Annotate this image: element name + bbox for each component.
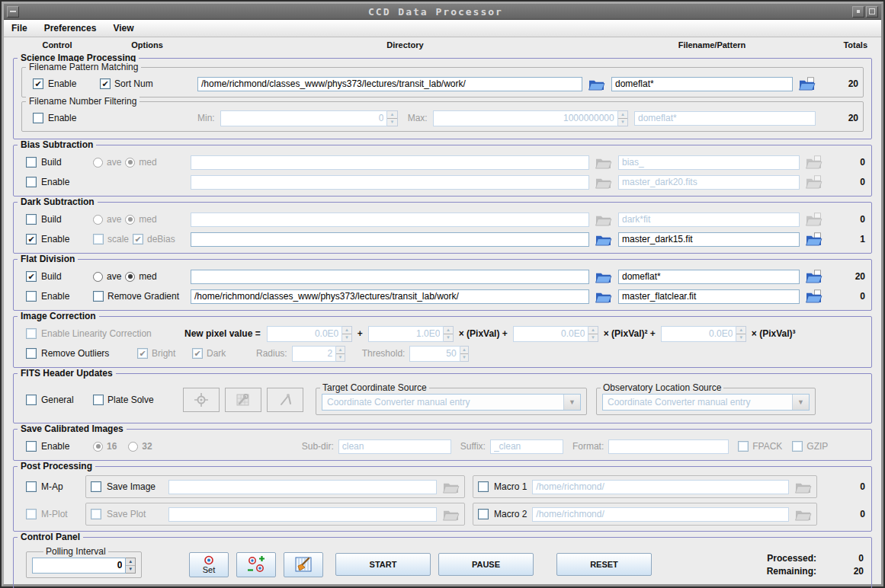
general-checkbox[interactable] (26, 395, 37, 405)
flat-ave-label: ave (107, 271, 121, 282)
save-image-checkbox[interactable] (91, 481, 101, 492)
coeff0-input (267, 326, 343, 342)
map-checkbox[interactable] (26, 481, 37, 492)
threshold-label: Threshold: (362, 348, 406, 359)
dark-enable-file-icon[interactable] (805, 232, 822, 247)
save-row: Enable 16 32 Sub-dir: Suffix: Format: FP… (20, 436, 865, 456)
subdir-input (338, 439, 451, 454)
bias-build-checkbox[interactable] (26, 157, 37, 168)
polling-input[interactable] (32, 558, 126, 574)
dark-outlier-checkbox (192, 348, 203, 359)
pattern-enable-checkbox[interactable] (33, 78, 43, 89)
flat-build-directory-input[interactable] (191, 270, 589, 284)
menu-file[interactable]: File (11, 23, 27, 34)
dark-enable-pattern-input[interactable] (618, 232, 800, 247)
dark-enable-checkbox[interactable] (26, 234, 37, 244)
bias-enable-checkbox[interactable] (26, 177, 37, 187)
clear-overlay-button[interactable] (284, 552, 323, 577)
column-control: Control (21, 40, 94, 50)
window-menu-button[interactable] (7, 6, 19, 18)
radius-label: Radius: (256, 348, 287, 359)
pattern-matching-row: Enable Sort Num 20 (27, 74, 858, 94)
group-title: Filename Number Filtering (26, 96, 139, 107)
dark-enable-folder-icon[interactable] (595, 232, 612, 247)
maximize-button[interactable] (866, 6, 878, 18)
science-directory-input[interactable] (197, 77, 582, 91)
flat-enable-folder-icon[interactable] (595, 289, 612, 304)
flat-enable-directory-input[interactable] (191, 289, 589, 304)
term1-label: × (PixVal) + (459, 328, 508, 339)
coeff3-spinner-up: ▲ (736, 327, 745, 334)
bias-build-file-icon (805, 155, 822, 170)
max-spinner-down: ▼ (618, 119, 627, 126)
menu-bar: File Preferences View (4, 20, 881, 37)
flat-build-folder-icon[interactable] (595, 270, 612, 284)
plate-solve-checkbox[interactable] (93, 395, 104, 405)
pause-button[interactable]: PAUSE (438, 553, 534, 576)
main-content: Science Image Processing Filename Patter… (4, 52, 881, 588)
title-bar[interactable]: CCD Data Processor (4, 4, 881, 20)
flat-build-checkbox[interactable] (26, 271, 37, 282)
bias-med-radio (125, 158, 135, 168)
dark-outlier-label: Dark (207, 348, 226, 359)
reset-button[interactable]: RESET (556, 553, 652, 576)
remove-outliers-checkbox[interactable] (26, 348, 37, 359)
bias-build-directory-input (191, 155, 589, 170)
flat-enable-row: Enable Remove Gradient 0 (20, 286, 865, 306)
menu-preferences[interactable]: Preferences (44, 23, 97, 34)
pause-button-label: PAUSE (472, 560, 500, 569)
window-title: CCD Data Processor (20, 6, 851, 18)
min-spinner-up: ▲ (387, 111, 396, 119)
polling-spinner-down[interactable]: ▼ (126, 566, 135, 573)
threshold-spinner-up: ▲ (460, 347, 469, 354)
min-spinner-down: ▼ (387, 119, 396, 126)
section-title: Bias Subtraction (18, 139, 96, 150)
science-total: 20 (816, 78, 858, 89)
polling-spinner-up[interactable]: ▲ (126, 558, 135, 566)
edit-apertures-button[interactable] (236, 552, 276, 577)
post-row-2: M-Plot Save Plot Macro 2 0 (20, 501, 865, 527)
max-spinner-up: ▲ (618, 111, 627, 119)
dark-build-checkbox[interactable] (26, 214, 37, 225)
polling-interval-group: Polling Interval ▲▼ (26, 551, 142, 578)
flat-med-radio[interactable] (125, 272, 135, 282)
linearity-checkbox (26, 328, 37, 339)
menu-view[interactable]: View (113, 23, 133, 34)
bias-build-total: 0 (822, 157, 865, 168)
dark-build-file-icon (805, 213, 822, 227)
science-pattern-file-icon[interactable] (798, 77, 816, 91)
sort-num-label: Sort Num (114, 78, 153, 89)
science-directory-folder-icon[interactable] (588, 77, 605, 91)
column-filename: Filename/Pattern (610, 40, 814, 50)
remaining-label: Remaining: (767, 566, 816, 577)
flat-enable-checkbox[interactable] (26, 291, 37, 302)
observatory-location-source-group: Observatory Location Source Coordinate C… (596, 388, 816, 415)
bits16-label: 16 (107, 441, 117, 452)
macro2-checkbox[interactable] (478, 509, 489, 519)
gzip-label: GZIP (806, 441, 828, 452)
save-enable-checkbox[interactable] (26, 441, 37, 452)
sort-num-checkbox[interactable] (100, 78, 111, 89)
filter-enable-checkbox[interactable] (33, 113, 43, 123)
app-window: CCD Data Processor File Preferences View… (0, 0, 885, 588)
gzip-checkbox (792, 441, 803, 452)
flat-build-pattern-input[interactable] (618, 270, 800, 284)
flat-enable-pattern-input[interactable] (618, 289, 800, 304)
minimize-button[interactable] (852, 6, 864, 18)
fpack-checkbox (738, 441, 749, 452)
radius-input (292, 346, 337, 362)
coords-measure-button (267, 388, 303, 412)
remove-gradient-checkbox[interactable] (93, 291, 104, 302)
section-post-processing: Post Processing M-Ap Save Image Macro 1 … (13, 466, 872, 532)
flat-ave-radio[interactable] (93, 272, 103, 282)
science-pattern-input[interactable] (611, 77, 793, 91)
set-aperture-button[interactable]: Set (189, 552, 229, 577)
start-button[interactable]: START (335, 553, 431, 576)
flat-enable-file-icon[interactable] (805, 289, 822, 304)
macro1-box: Macro 1 (473, 475, 817, 498)
macro1-checkbox[interactable] (478, 481, 489, 492)
dark-enable-directory-input[interactable] (191, 232, 589, 247)
flat-build-file-icon[interactable] (805, 270, 822, 284)
radius-spinner-down: ▼ (336, 354, 345, 361)
dropdown-arrow-icon: ▼ (792, 395, 809, 410)
